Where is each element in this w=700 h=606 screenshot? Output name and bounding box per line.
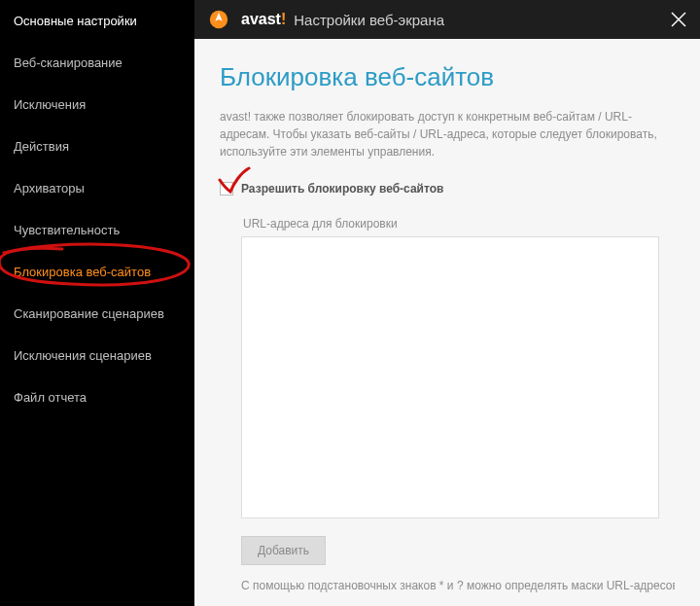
page-description: avast! также позволяет блокировать досту… bbox=[220, 108, 675, 160]
sidebar-item-script-excl[interactable]: Исключения сценариев bbox=[0, 335, 194, 376]
add-button[interactable]: Добавить bbox=[241, 536, 326, 565]
main-panel: Блокировка веб-сайтов avast! также позво… bbox=[194, 39, 700, 606]
brand-name: avast bbox=[241, 11, 281, 27]
sidebar-item-report-file[interactable]: Файл отчета bbox=[0, 376, 194, 418]
avast-logo-icon bbox=[208, 9, 229, 30]
close-icon bbox=[670, 11, 687, 28]
modal-header: avast! Настройки веб-экрана bbox=[194, 0, 700, 39]
sidebar-item-general[interactable]: Основные настройки bbox=[0, 0, 194, 42]
sidebar-item-actions[interactable]: Действия bbox=[0, 125, 194, 167]
sidebar-item-script-scan[interactable]: Сканирование сценариев bbox=[0, 293, 194, 335]
url-list-input[interactable] bbox=[241, 236, 659, 518]
sidebar-item-exclusions[interactable]: Исключения bbox=[0, 84, 194, 125]
modal-title: Настройки веб-экрана bbox=[294, 12, 444, 28]
brand-text: avast! bbox=[241, 11, 286, 28]
sidebar-item-web-scan[interactable]: Веб-сканирование bbox=[0, 42, 194, 84]
enable-blocking-row: Разрешить блокировку веб-сайтов bbox=[220, 182, 675, 196]
url-list-label: URL-адреса для блокировки bbox=[243, 217, 675, 231]
sidebar-item-sensitivity[interactable]: Чувствительность bbox=[0, 209, 194, 251]
wildcard-hint: С помощью подстановочных знаков * и ? мо… bbox=[241, 579, 675, 592]
sidebar-item-site-blocking[interactable]: Блокировка веб-сайтов bbox=[0, 251, 194, 293]
enable-blocking-checkbox[interactable] bbox=[220, 182, 233, 196]
sidebar-item-archivers[interactable]: Архиваторы bbox=[0, 167, 194, 209]
page-title: Блокировка веб-сайтов bbox=[220, 62, 675, 92]
enable-blocking-label: Разрешить блокировку веб-сайтов bbox=[241, 182, 443, 196]
settings-sidebar: Основные настройки Веб-сканирование Искл… bbox=[0, 0, 194, 606]
brand-bang: ! bbox=[281, 11, 286, 27]
close-button[interactable] bbox=[667, 8, 690, 31]
